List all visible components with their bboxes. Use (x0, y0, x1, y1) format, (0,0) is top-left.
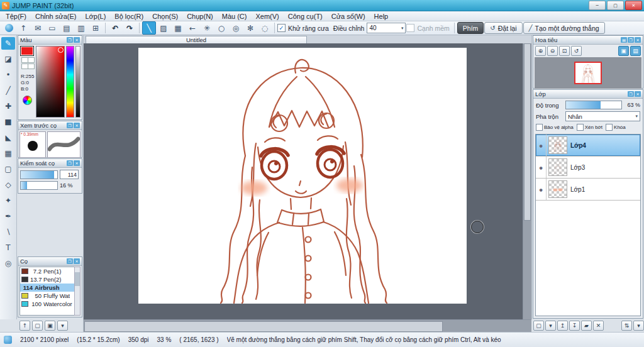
brush-list-item[interactable]: 13.7 Pen(2) (20, 275, 74, 284)
close-button[interactable]: ✕ (625, 1, 642, 10)
adjust-input[interactable]: 40 ▾ (367, 23, 406, 33)
layer-visibility-icon[interactable]: ● (536, 135, 547, 156)
zoom-tool[interactable]: ◎ (1, 257, 15, 270)
close-panel-icon[interactable]: ✕ (635, 37, 641, 43)
close-panel-icon[interactable]: ✕ (74, 258, 80, 264)
close-panel-icon[interactable]: ✕ (74, 160, 80, 166)
panel-menu-icon[interactable]: ▤ (621, 37, 627, 43)
navigator-thumbnail[interactable] (574, 62, 602, 84)
close-panel-icon[interactable]: ✕ (74, 123, 80, 128)
layer-opacity-slider[interactable] (565, 101, 622, 109)
scrollbar-thumb[interactable] (524, 43, 531, 221)
close-panel-icon[interactable]: ✕ (635, 91, 641, 97)
gradient-tool[interactable]: ▦ (1, 147, 15, 160)
brush-list-scrollbar[interactable] (74, 267, 80, 316)
bucket-tool[interactable]: ◣ (1, 131, 15, 144)
select-tool[interactable]: ▢ (1, 163, 15, 175)
magic-wand-tool[interactable]: ✦ (1, 194, 15, 207)
layer-visibility-icon[interactable]: ● (536, 179, 547, 200)
new-brush-button[interactable]: ▢ (32, 321, 43, 331)
menu-xem[interactable]: Xem(V) (251, 13, 283, 20)
canvas-horizontal-scrollbar[interactable] (84, 319, 531, 332)
navigator-preview-area[interactable] (535, 57, 641, 89)
brush-tool[interactable]: ✎ (1, 37, 15, 50)
saturation-value-picker[interactable] (36, 46, 65, 118)
layer-menu-button[interactable]: ▾ (545, 321, 556, 331)
key-button[interactable]: Phím (457, 22, 484, 34)
ellipse-guide-button[interactable]: ◌ (258, 21, 272, 35)
save-button[interactable] (2, 21, 16, 35)
radial-guide-button[interactable]: ✻ (243, 21, 257, 35)
antialias-checkbox[interactable]: ✓ (277, 24, 286, 32)
scrollbar-thumb[interactable] (84, 321, 443, 332)
brush-list-item[interactable]: 50 Fluffy Wat (20, 292, 74, 300)
menu-chup[interactable]: Chụp(N) (182, 13, 218, 20)
menu-tep[interactable]: Tệp(F) (1, 13, 31, 20)
brush-list-item[interactable]: 100 Watercolor (20, 300, 74, 308)
blend-mode-select[interactable]: Nhân ▾ (565, 111, 640, 121)
popout-icon[interactable]: ❐ (67, 160, 73, 166)
delete-layer-button[interactable]: ✕ (593, 321, 604, 331)
zoom-in-button[interactable]: ⊕ (535, 46, 546, 56)
draw-line-button[interactable]: ╱ Tạo một đường thẳng (523, 22, 605, 34)
edit-brush-button[interactable]: ▣ (45, 321, 55, 331)
minimize-button[interactable]: ─ (589, 1, 606, 10)
protect-alpha-checkbox[interactable] (536, 124, 543, 131)
zoom-out-button[interactable]: ⊖ (547, 46, 558, 56)
hue-slider[interactable] (66, 46, 74, 118)
popout-icon[interactable]: ❐ (67, 37, 73, 43)
menu-mau[interactable]: Màu (C) (218, 13, 252, 20)
drawing-canvas[interactable] (138, 48, 467, 304)
spiral-guide-button[interactable]: ◎ (229, 21, 243, 35)
page-button[interactable]: ▤ (60, 21, 74, 35)
menu-help[interactable]: Help (370, 13, 393, 20)
lasso-tool[interactable]: ◇ (1, 179, 15, 191)
more-options-button[interactable]: ▾ (633, 321, 644, 331)
new-layer-button[interactable]: ▢ (533, 321, 544, 331)
menu-bo-loc[interactable]: Bộ lọc(R) (110, 13, 148, 20)
brush-list-item[interactable]: 7.2 Pen(1) (20, 267, 74, 275)
color-history-swatch[interactable] (28, 63, 35, 69)
feedback-button[interactable]: ✉ (31, 21, 45, 35)
color-history-swatch[interactable] (28, 57, 35, 63)
current-color-swatch[interactable] (20, 46, 34, 56)
brush-size-slider[interactable] (20, 170, 58, 179)
text-tool[interactable]: T (1, 241, 15, 254)
move-layer-down-button[interactable]: ↧ (569, 321, 580, 331)
value-slider[interactable] (75, 46, 80, 118)
maximize-button[interactable]: ▢ (607, 1, 624, 10)
soft-edge-checkbox[interactable] (406, 24, 414, 32)
symmetry-tool-button[interactable]: ✳ (200, 21, 214, 35)
popout-icon[interactable]: ❐ (628, 37, 634, 43)
flip-view-button[interactable]: ▣ (618, 46, 629, 56)
layer-row[interactable]: ● Lớp3 (536, 157, 640, 179)
popout-icon[interactable]: ❐ (628, 91, 634, 97)
sort-layers-button[interactable]: ⇅ (621, 321, 632, 331)
color-wheel-icon[interactable] (23, 96, 32, 105)
close-panel-icon[interactable]: ✕ (74, 37, 80, 43)
navigator-settings-button[interactable]: ▤ (630, 46, 641, 56)
dot-tool[interactable]: • (1, 69, 15, 81)
add-brush-button[interactable]: ↑ (19, 321, 30, 331)
undo-button[interactable]: ↶ (108, 21, 122, 35)
scrollbar-thumb[interactable] (75, 272, 80, 286)
brush-list-item-selected[interactable]: 114 Airbrush (20, 284, 74, 292)
parallel-lines-tool-button[interactable]: ╲ (142, 21, 156, 35)
select-pen-tool[interactable]: ✒ (1, 210, 15, 223)
move-tool[interactable]: ✚ (1, 100, 15, 113)
popout-icon[interactable]: ❐ (67, 258, 73, 264)
new-folder-button[interactable]: ▰ (581, 321, 592, 331)
zoom-fit-button[interactable]: ⊡ (559, 46, 570, 56)
cross-hatch-tool-button[interactable]: ▨ (157, 21, 170, 35)
canvas-viewport[interactable] (84, 43, 523, 319)
move-layer-up-button[interactable]: ↥ (557, 321, 568, 331)
eraser-tool[interactable]: ◪ (1, 53, 15, 65)
brush-opacity-slider[interactable] (20, 181, 58, 190)
menu-lop[interactable]: Lớp(L) (80, 13, 110, 20)
line-tool[interactable]: ╱ (1, 84, 15, 97)
layer-visibility-icon[interactable]: ● (536, 157, 547, 178)
page2-button[interactable]: ▥ (74, 21, 88, 35)
redo-button[interactable]: ↷ (123, 21, 136, 35)
menu-chinh-sua[interactable]: Chỉnh sửa(E) (31, 13, 80, 20)
rotate-reset-button[interactable]: ↺ (571, 46, 582, 56)
